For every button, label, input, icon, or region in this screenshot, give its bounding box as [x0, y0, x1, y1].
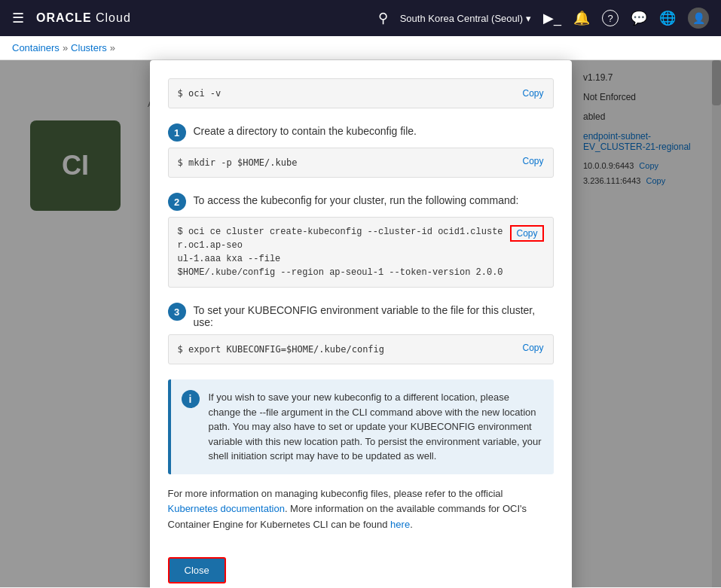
main-area: CI ACTIVE v1.19.7 Not Enforced abled end…: [0, 60, 721, 587]
info-icon: i: [182, 390, 200, 408]
step-1-copy-button[interactable]: Copy: [516, 156, 543, 166]
logo-oracle: ORACLE: [36, 11, 92, 24]
hamburger-icon[interactable]: ☰: [12, 10, 24, 26]
step-3: 3 To set your KUBECONFIG environment var…: [168, 303, 554, 364]
modal-overlay: $ oci -v Copy 1 Create a directory to co…: [0, 60, 721, 587]
step-1-label: Create a directory to contain the kubeco…: [194, 123, 417, 137]
top-copy-button[interactable]: Copy: [516, 88, 543, 99]
top-code-block: $ oci -v Copy: [168, 78, 554, 108]
help-icon[interactable]: ?: [602, 10, 619, 26]
step-1-header: 1 Create a directory to contain the kube…: [168, 123, 554, 142]
step-1-command: $ mkdir -p $HOME/.kube: [178, 156, 517, 169]
step-1-code-block: $ mkdir -p $HOME/.kube Copy: [168, 148, 554, 178]
info-box: i If you wish to save your new kubeconfi…: [168, 379, 554, 474]
kubeconfig-modal: $ oci -v Copy 1 Create a directory to co…: [150, 60, 572, 588]
step-2-cmd-line1: $ oci ce cluster create-kubeconfig --clu…: [178, 225, 511, 252]
step-2: 2 To access the kubeconfig for your clus…: [168, 193, 554, 288]
oracle-logo: ORACLE Cloud: [36, 11, 131, 25]
search-icon[interactable]: ⚲: [378, 10, 388, 26]
breadcrumb-containers[interactable]: Containers: [12, 42, 60, 53]
step-2-label: To access the kubeconfig for your cluste…: [194, 193, 519, 206]
step-2-circle: 2: [168, 193, 186, 211]
step-2-command: $ oci ce cluster create-kubeconfig --clu…: [178, 225, 511, 279]
modal-footer: For more information on managing kubecon…: [168, 486, 554, 533]
step-3-code-block: $ export KUBECONFIG=$HOME/.kube/config C…: [168, 334, 554, 364]
nav-icons: ▶_ 🔔 ? 💬 🌐 👤: [543, 8, 709, 29]
step-2-header: 2 To access the kubeconfig for your clus…: [168, 193, 554, 211]
step-3-copy-button[interactable]: Copy: [516, 343, 543, 353]
step-1: 1 Create a directory to contain the kube…: [168, 123, 554, 178]
breadcrumb-sep1: »: [63, 42, 68, 53]
chevron-down-icon: ▾: [526, 13, 531, 24]
step-3-header: 3 To set your KUBECONFIG environment var…: [168, 303, 554, 328]
breadcrumb: Containers » Clusters »: [0, 36, 721, 60]
footer-text-before: For more information on managing kubecon…: [168, 488, 503, 499]
top-navigation: ☰ ORACLE Cloud ⚲ South Korea Central (Se…: [0, 0, 721, 36]
step-3-label: To set your KUBECONFIG environment varia…: [194, 303, 554, 328]
step-1-circle: 1: [168, 123, 186, 142]
globe-icon[interactable]: 🌐: [659, 10, 676, 26]
info-text: If you wish to save your new kubeconfig …: [209, 390, 543, 464]
step-2-code-block: $ oci ce cluster create-kubeconfig --clu…: [168, 217, 554, 288]
user-icon[interactable]: 👤: [688, 8, 709, 29]
top-command-text: $ oci -v: [178, 87, 517, 100]
close-button[interactable]: Close: [168, 557, 226, 583]
bell-icon[interactable]: 🔔: [573, 10, 590, 26]
breadcrumb-clusters[interactable]: Clusters: [71, 42, 107, 53]
step-3-circle: 3: [168, 303, 186, 321]
step-2-copy-button[interactable]: Copy: [510, 225, 543, 242]
close-button-container: Close: [168, 545, 554, 583]
kubernetes-docs-link[interactable]: Kubernetes documentation: [168, 503, 285, 514]
footer-text-after: .: [410, 519, 413, 530]
breadcrumb-sep2: »: [110, 42, 115, 53]
step-2-cmd-line2: ul-1.aaa kxa --file: [178, 252, 511, 266]
region-selector[interactable]: South Korea Central (Seoul) ▾: [400, 13, 531, 24]
chat-icon[interactable]: 💬: [631, 10, 647, 26]
here-link[interactable]: here: [390, 519, 410, 530]
region-label: South Korea Central (Seoul): [400, 13, 523, 24]
logo-cloud: Cloud: [92, 11, 131, 24]
step-2-cmd-line3: $HOME/.kube/config --region ap-seoul-1 -…: [178, 266, 511, 279]
terminal-icon[interactable]: ▶_: [543, 10, 561, 26]
step-3-command: $ export KUBECONFIG=$HOME/.kube/config: [178, 343, 517, 356]
